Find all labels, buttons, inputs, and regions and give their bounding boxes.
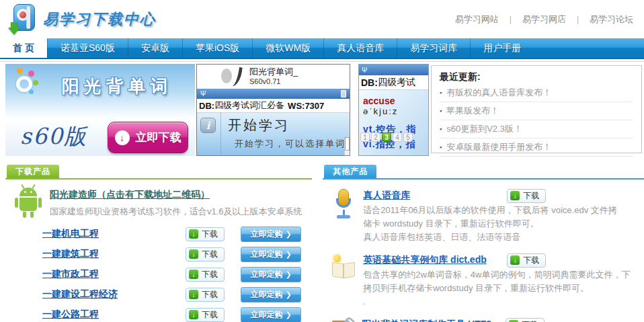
banner-subtitle: s60版 — [20, 122, 87, 152]
download-arrow-icon: ↓ — [189, 270, 198, 279]
app-version: S60v0.71 — [249, 77, 298, 86]
nav-tab-ios[interactable]: 苹果iOS版 — [182, 38, 252, 58]
db-label: DB: — [199, 101, 214, 111]
download-button[interactable]: ↓下载 — [507, 189, 546, 203]
course-link[interactable]: 一建建筑工程 — [42, 248, 186, 260]
download-button[interactable]: ↓下载 — [186, 247, 225, 261]
product-description: 储卡 wordstudy 目录下，重新运行软件即可。 — [363, 217, 617, 231]
product-description: . — [363, 295, 630, 309]
microphone-icon — [331, 188, 356, 221]
product-header: 阳光建造师（点击有下载地址二维码） 国家建造师职业资格考试练习软件，适合v1.6… — [5, 186, 312, 218]
word-count: WS:7307 — [288, 101, 324, 111]
nav-tab-dict[interactable]: 易学习词库 — [397, 38, 470, 58]
nav-tab-wm[interactable]: 微软WM版 — [252, 38, 323, 58]
download-button[interactable]: ↓下载 — [186, 227, 225, 241]
page-1[interactable]: 1 — [360, 132, 370, 142]
downloads-section: 下载产品 阳光建造师（点击有下载地址二维码） 国家建造师职业资格考试练习软件，适… — [5, 165, 312, 322]
phone1-db-row: DB: 四级考试词汇必备 WS:7307 — [197, 99, 350, 113]
download-button[interactable]: ↓下载 — [186, 268, 225, 282]
phone2-db-row: DB: 四级考试 — [359, 75, 428, 90]
course-link[interactable]: 一建公路工程 — [42, 309, 186, 321]
page-3-active[interactable]: 3 — [382, 132, 391, 142]
tab-other-products[interactable]: 其他产品 — [324, 165, 376, 178]
site-title: 易学习下载中心 — [43, 9, 156, 30]
table-row: 一建机电工程 ↓下载 立即定购❯ — [5, 224, 312, 244]
phone2-statusbar: Ψ — [359, 65, 428, 75]
info-icon: i — [200, 118, 216, 133]
phone1-titlebar: 阳光背单词_ S60v0.71 — [197, 65, 350, 89]
order-now-button[interactable]: 立即定购❯ — [241, 267, 301, 282]
header: 易学习下载中心 易学习网站 | 易学习网店 | 易学习论坛 — [0, 0, 644, 38]
table-row: 一建建设工程经济 ↓下载 立即定购❯ — [5, 284, 312, 305]
download-button[interactable]: ↓下载 — [507, 253, 546, 268]
top-link-shop[interactable]: 易学习网店 — [522, 13, 566, 26]
banner-title: 阳光背单词 — [44, 75, 190, 98]
product-title-link[interactable]: 阳光建造师（点击有下载地址二维码） — [50, 188, 303, 201]
site-logo[interactable]: 易学习下载中心 — [7, 3, 156, 36]
download-rows: 一建机电工程 ↓下载 立即定购❯ 一建建筑工程 ↓下载 立即定购❯ 一建市政工程… — [5, 224, 312, 322]
list-item: 英语基础共享例句库 dict.edb ↓下载 包含共享的约2w单词音标，4w单词… — [323, 252, 644, 309]
bullet-icon: ▪ — [440, 120, 442, 138]
pagination: 1 2 3 4 5 — [360, 132, 413, 142]
download-button[interactable]: ↓下载 — [186, 288, 225, 302]
tab-download-products[interactable]: 下载产品 — [7, 165, 59, 178]
banner-download-button[interactable]: ↓ 立即下载 — [108, 122, 188, 153]
product-description: 适合2011年06月以后版本的软件使用，下载后将 voice.edv 文件拷 — [363, 204, 617, 217]
bullet-icon: ▪ — [440, 138, 442, 156]
phone1-menu: i 开始学习 开始学习，可以选择单词 — [197, 113, 350, 156]
download-arrow-icon: ↓ — [189, 249, 198, 259]
page-2[interactable]: 2 — [371, 132, 380, 142]
antenna-icon: Ψ — [200, 90, 206, 97]
table-row: 一建公路工程 ↓下载 立即定购❯ — [5, 305, 312, 322]
update-item[interactable]: ▪ 安卓版最新使用手册发布！ — [440, 138, 633, 157]
top-link-website[interactable]: 易学习网站 — [455, 13, 499, 26]
bullet-icon: ▪ — [440, 84, 442, 102]
banner-download-label: 立即下载 — [136, 130, 182, 145]
sun-logo-icon — [11, 69, 40, 99]
product-link[interactable]: 真人语音库 — [363, 190, 410, 202]
nav-tab-manual[interactable]: 用户手册 — [470, 38, 534, 58]
main-nav: 首 页 诺基亚S60版 安卓版 苹果iOS版 微软WM版 真人语音库 易学习词库… — [0, 38, 644, 59]
download-button[interactable]: ↓下载 — [186, 308, 225, 322]
promo-banner[interactable]: 阳光背单词 s60版 ↓ 立即下载 — [5, 64, 195, 156]
green-arrow-icon — [8, 28, 20, 35]
update-item[interactable]: ▪ 有版权的真人语音库发布！ — [440, 84, 633, 102]
page: 易学习下载中心 易学习网站 | 易学习网店 | 易学习论坛 首 页 诺基亚S60… — [0, 0, 644, 322]
order-now-button[interactable]: 立即定购❯ — [241, 227, 301, 242]
order-now-button[interactable]: 立即定购❯ — [241, 247, 301, 262]
top-link-forum[interactable]: 易学习论坛 — [590, 13, 633, 26]
order-now-button[interactable]: 立即定购❯ — [241, 307, 301, 322]
db-name: 四级考试 — [378, 77, 415, 89]
menu-item-desc: 开始学习，可以选择单词 — [235, 138, 346, 150]
page-4[interactable]: 4 — [393, 132, 402, 142]
product-link[interactable]: 英语基础共享例句库 dict.edb — [363, 254, 487, 266]
backpack-download-icon — [7, 3, 39, 36]
download-button[interactable]: ↓下载 — [506, 318, 545, 322]
download-arrow-icon: ↓ — [510, 255, 520, 265]
course-link[interactable]: 一建市政工程 — [42, 268, 186, 280]
word: accuse — [363, 95, 395, 106]
list-item: 阳光背单词词库制作工具 UTF8 ↓下载 — [323, 317, 644, 322]
antenna-icon: Ψ — [362, 67, 367, 74]
nav-tab-home[interactable]: 首 页 — [0, 38, 47, 58]
product-description: 拷贝到手机存储卡wordstudy 目录下，重新运行软件即可。 — [363, 282, 630, 295]
download-arrow-icon: ↓ — [189, 290, 198, 299]
app-title: 阳光背单词_ — [249, 67, 298, 77]
product-description: 国家建造师职业资格考试练习软件，适合v1.6及以上版本安卓系统 — [50, 206, 303, 218]
phone2-word-card: accuse əˈkju:z vt.控告，指 vi.指控，指 1 2 3 4 5 — [359, 90, 428, 156]
download-arrow-icon: ↓ — [189, 310, 198, 319]
nav-tab-voice[interactable]: 真人语音库 — [323, 38, 397, 58]
course-link[interactable]: 一建机电工程 — [42, 228, 186, 240]
table-row: 一建建筑工程 ↓下载 立即定购❯ — [5, 244, 312, 264]
phonetic: əˈkju:z — [363, 106, 398, 116]
download-arrow-icon: ↓ — [510, 191, 520, 200]
update-item[interactable]: ▪ s60更新到V2.3版！ — [440, 120, 633, 138]
course-link[interactable]: 一建建设工程经济 — [42, 288, 186, 300]
nav-tab-android[interactable]: 安卓版 — [128, 38, 182, 58]
product-link[interactable]: 阳光背单词词库制作工具 UTF8 — [362, 319, 491, 322]
nav-tab-s60[interactable]: 诺基亚S60版 — [47, 38, 128, 58]
page-5[interactable]: 5 — [403, 132, 413, 142]
order-now-button[interactable]: 立即定购❯ — [241, 287, 301, 303]
divider-line — [0, 61, 644, 62]
update-item[interactable]: ▪ 苹果版发布！ — [440, 102, 633, 120]
